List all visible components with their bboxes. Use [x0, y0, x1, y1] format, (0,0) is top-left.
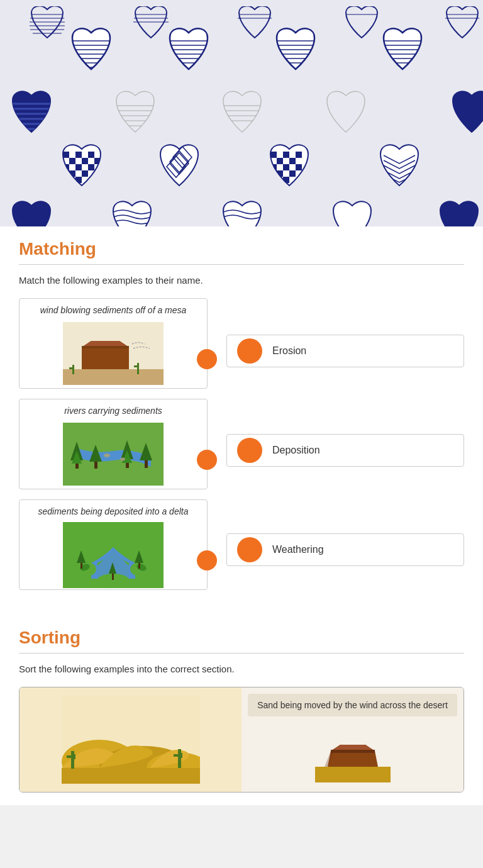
answer-card-weathering[interactable]: Weathering	[226, 533, 464, 566]
svg-rect-83	[82, 346, 129, 348]
svg-rect-86	[69, 367, 74, 369]
matching-container: wind blowing sediments off of a mesa	[19, 298, 464, 590]
mesa-illustration	[63, 322, 164, 385]
matching-instruction: Match the following examples to their na…	[19, 275, 464, 286]
svg-rect-119	[71, 751, 74, 769]
matching-section: Matching Match the following examples to…	[19, 239, 464, 590]
svg-rect-122	[178, 749, 181, 768]
svg-rect-85	[72, 365, 74, 374]
svg-rect-79	[283, 177, 289, 183]
butte-sorting-illustration	[315, 726, 391, 782]
svg-rect-58	[82, 158, 88, 164]
svg-point-101	[120, 458, 125, 461]
svg-rect-77	[289, 170, 296, 177]
svg-rect-87	[137, 363, 139, 374]
svg-rect-65	[63, 177, 69, 183]
connector-dot-2[interactable]	[197, 450, 217, 470]
hearts-decoration	[0, 0, 483, 226]
erosion-label: Erosion	[272, 345, 306, 357]
hearts-svg	[0, 6, 483, 226]
answer-dot-deposition[interactable]	[237, 438, 262, 463]
svg-rect-61	[75, 164, 82, 170]
matching-divider	[19, 264, 464, 265]
svg-rect-71	[277, 158, 283, 164]
svg-rect-121	[73, 754, 75, 759]
sorting-right-panel: Sand being moved by the wind across the …	[242, 687, 464, 792]
svg-rect-72	[289, 158, 296, 164]
svg-rect-88	[134, 365, 139, 367]
svg-rect-74	[283, 164, 289, 170]
svg-rect-57	[69, 158, 75, 164]
svg-rect-124	[180, 753, 182, 758]
answer-dot-weathering[interactable]	[237, 537, 262, 562]
sorting-title: Sorting	[19, 628, 464, 648]
sorting-instruction: Sort the following examples into the cor…	[19, 664, 464, 674]
sorting-section: Sorting Sort the following examples into…	[19, 628, 464, 793]
left-column: wind blowing sediments off of a mesa	[19, 298, 208, 590]
svg-rect-70	[296, 152, 302, 158]
svg-rect-84	[63, 369, 164, 385]
connector-dot-1[interactable]	[197, 349, 217, 369]
match-card-2[interactable]: rivers carrying sediments	[19, 399, 208, 489]
desert-sorting-illustration	[62, 696, 200, 784]
svg-rect-123	[174, 754, 180, 757]
svg-rect-66	[75, 177, 82, 183]
svg-rect-78	[270, 177, 277, 183]
match-card-1-text: wind blowing sediments off of a mesa	[19, 299, 207, 319]
svg-rect-68	[270, 152, 277, 158]
svg-rect-129	[331, 750, 375, 753]
match-card-1[interactable]: wind blowing sediments off of a mesa	[19, 298, 208, 389]
match-card-3-text: sediments being deposited into a delta	[19, 500, 207, 520]
match-card-3[interactable]: sediments being deposited into a delta	[19, 499, 208, 590]
answer-dot-erosion[interactable]	[237, 338, 262, 364]
sorting-divider	[19, 653, 464, 654]
sort-image-card	[248, 723, 457, 786]
svg-point-100	[104, 453, 110, 457]
svg-rect-126	[315, 767, 391, 782]
sort-text-card[interactable]: Sand being moved by the wind across the …	[248, 694, 457, 716]
answer-card-deposition[interactable]: Deposition	[226, 434, 464, 467]
delta-illustration	[63, 522, 164, 588]
svg-rect-75	[296, 164, 302, 170]
river-illustration	[63, 423, 164, 486]
answer-card-erosion[interactable]: Erosion	[226, 335, 464, 367]
svg-rect-55	[75, 152, 82, 158]
match-card-3-image	[19, 520, 207, 589]
right-column: Erosion Deposition Weathering	[208, 298, 464, 590]
svg-rect-120	[67, 755, 73, 758]
match-card-1-image	[19, 319, 207, 388]
sorting-box: Sand being moved by the wind across the …	[19, 687, 464, 793]
weathering-label: Weathering	[272, 544, 324, 555]
matching-title: Matching	[19, 239, 464, 259]
match-card-2-image	[19, 420, 207, 489]
sorting-left-panel	[19, 687, 242, 792]
svg-rect-67	[69, 183, 75, 189]
match-card-2-text: rivers carrying sediments	[19, 399, 207, 420]
svg-rect-62	[88, 164, 94, 170]
svg-rect-69	[283, 152, 289, 158]
main-content: Matching Match the following examples to…	[0, 226, 483, 805]
svg-rect-56	[88, 152, 94, 158]
svg-rect-118	[62, 768, 200, 784]
svg-rect-54	[63, 152, 69, 158]
svg-rect-64	[82, 170, 88, 177]
connector-dot-3[interactable]	[197, 550, 217, 570]
deposition-label: Deposition	[272, 445, 320, 456]
